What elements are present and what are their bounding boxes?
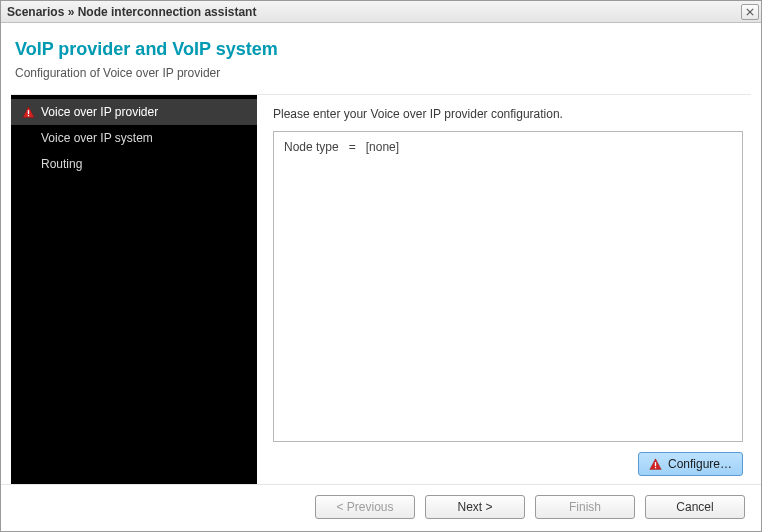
cancel-button[interactable]: Cancel xyxy=(645,495,745,519)
close-button[interactable] xyxy=(741,4,759,20)
warning-icon xyxy=(21,106,35,119)
main-area: Voice over IP provider Voice over IP sys… xyxy=(11,94,751,484)
dialog-window: Scenarios » Node interconnection assista… xyxy=(0,0,762,532)
config-key: Node type xyxy=(284,140,339,154)
sidebar: Voice over IP provider Voice over IP sys… xyxy=(11,95,257,484)
page-subtitle: Configuration of Voice over IP provider xyxy=(15,66,747,80)
next-button[interactable]: Next > xyxy=(425,495,525,519)
header: VoIP provider and VoIP system Configurat… xyxy=(1,23,761,94)
sidebar-item-label: Voice over IP provider xyxy=(41,105,249,119)
configure-button-label: Configure… xyxy=(668,457,732,471)
configure-button[interactable]: Configure… xyxy=(638,452,743,476)
page-title: VoIP provider and VoIP system xyxy=(15,39,747,60)
config-equals: = xyxy=(349,140,356,154)
warning-icon xyxy=(649,458,662,471)
finish-button: Finish xyxy=(535,495,635,519)
previous-button: < Previous xyxy=(315,495,415,519)
sidebar-item-label: Routing xyxy=(41,157,249,171)
content-panel: Please enter your Voice over IP provider… xyxy=(257,95,751,484)
next-button-label: Next > xyxy=(457,500,492,514)
config-summary-box: Node type = [none] xyxy=(273,131,743,442)
config-actions: Configure… xyxy=(273,442,743,476)
svg-rect-7 xyxy=(655,466,656,467)
sidebar-item-routing[interactable]: Routing xyxy=(11,151,257,177)
breadcrumb: Scenarios » Node interconnection assista… xyxy=(7,5,741,19)
config-value: [none] xyxy=(366,140,399,154)
titlebar: Scenarios » Node interconnection assista… xyxy=(1,1,761,23)
svg-rect-4 xyxy=(27,114,28,115)
previous-button-label: < Previous xyxy=(336,500,393,514)
svg-rect-3 xyxy=(27,110,28,114)
instruction-text: Please enter your Voice over IP provider… xyxy=(273,103,743,131)
finish-button-label: Finish xyxy=(569,500,601,514)
sidebar-item-label: Voice over IP system xyxy=(41,131,249,145)
svg-rect-6 xyxy=(655,462,656,466)
sidebar-item-voip-provider[interactable]: Voice over IP provider xyxy=(11,99,257,125)
close-icon xyxy=(746,8,754,16)
config-row-node-type: Node type = [none] xyxy=(284,140,399,154)
sidebar-item-voip-system[interactable]: Voice over IP system xyxy=(11,125,257,151)
wizard-footer: < Previous Next > Finish Cancel xyxy=(1,484,761,531)
cancel-button-label: Cancel xyxy=(676,500,713,514)
